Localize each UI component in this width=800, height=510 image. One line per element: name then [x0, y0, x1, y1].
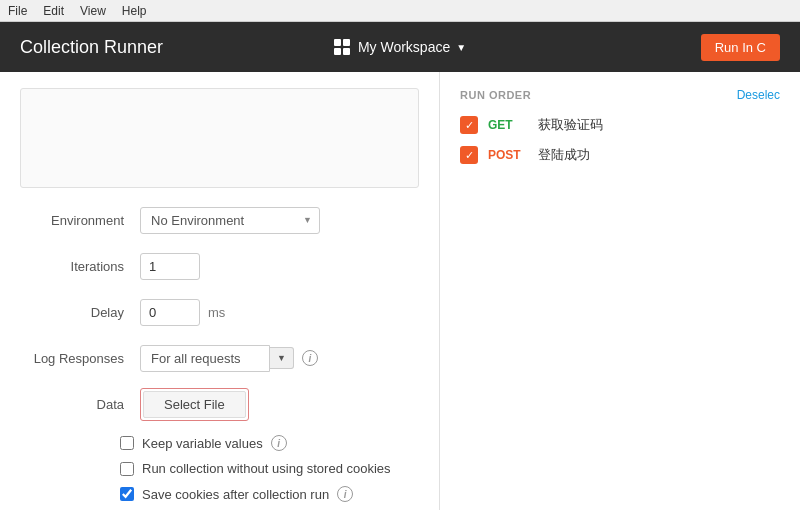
menu-edit[interactable]: Edit — [43, 4, 64, 18]
menu-bar: File Edit View Help — [0, 0, 800, 22]
log-responses-select[interactable]: For all requests — [140, 345, 270, 372]
left-panel: Environment No Environment Iterations — [0, 72, 440, 510]
environment-label: Environment — [20, 213, 140, 228]
save-cookies-label: Save cookies after collection run — [142, 487, 329, 502]
workspace-label: My Workspace — [358, 39, 450, 55]
run-order-title: RUN ORDER — [460, 89, 531, 101]
menu-help[interactable]: Help — [122, 4, 147, 18]
checkmark-icon: ✓ — [465, 149, 474, 162]
save-cookies-info-icon[interactable]: i — [337, 486, 353, 502]
menu-view[interactable]: View — [80, 4, 106, 18]
request-item: ✓GET获取验证码 — [460, 116, 780, 134]
workspace-icon — [334, 39, 350, 55]
log-responses-info-icon[interactable]: i — [302, 350, 318, 366]
environment-row: Environment No Environment — [20, 204, 419, 236]
iterations-row: Iterations — [20, 250, 419, 282]
requests-list: ✓GET获取验证码✓POST登陆成功 — [460, 116, 780, 164]
no-cookies-row: Run collection without using stored cook… — [0, 461, 439, 476]
workspace-button[interactable]: My Workspace ▼ — [358, 39, 466, 55]
data-row: Data Select File — [20, 388, 419, 421]
request-item: ✓POST登陆成功 — [460, 146, 780, 164]
data-select-wrapper: Select File — [140, 388, 249, 421]
main-content: Environment No Environment Iterations — [0, 72, 800, 510]
form-section: Environment No Environment Iterations — [0, 204, 439, 421]
workspace-dropdown-arrow: ▼ — [456, 42, 466, 53]
environment-select[interactable]: No Environment — [140, 207, 320, 234]
request-checkbox[interactable]: ✓ — [460, 146, 478, 164]
no-cookies-label: Run collection without using stored cook… — [142, 461, 391, 476]
deselect-link[interactable]: Deselec — [737, 88, 780, 102]
title-bar: Collection Runner My Workspace ▼ Run In … — [0, 22, 800, 72]
save-cookies-checkbox[interactable] — [120, 487, 134, 501]
select-file-button[interactable]: Select File — [143, 391, 246, 418]
request-checkbox[interactable]: ✓ — [460, 116, 478, 134]
run-order-header: RUN ORDER Deselec — [460, 88, 780, 102]
save-cookies-row: Save cookies after collection run i — [0, 486, 439, 502]
delay-label: Delay — [20, 305, 140, 320]
delay-unit: ms — [208, 305, 225, 320]
delay-row: Delay ms — [20, 296, 419, 328]
log-responses-label: Log Responses — [20, 351, 140, 366]
log-responses-arrow-button[interactable]: ▼ — [270, 347, 294, 369]
collection-preview — [20, 88, 419, 188]
log-responses-dropdown-wrapper: For all requests ▼ — [140, 345, 294, 372]
request-method: POST — [488, 148, 528, 162]
no-cookies-checkbox[interactable] — [120, 462, 134, 476]
keep-variable-row: Keep variable values i — [0, 435, 439, 451]
iterations-input[interactable] — [140, 253, 200, 280]
keep-variable-label: Keep variable values — [142, 436, 263, 451]
keep-variable-info-icon[interactable]: i — [271, 435, 287, 451]
request-name: 登陆成功 — [538, 146, 590, 164]
app-title: Collection Runner — [20, 37, 163, 58]
menu-file[interactable]: File — [8, 4, 27, 18]
request-name: 获取验证码 — [538, 116, 603, 134]
environment-select-wrapper: No Environment — [140, 207, 320, 234]
checkmark-icon: ✓ — [465, 119, 474, 132]
iterations-label: Iterations — [20, 259, 140, 274]
delay-input[interactable] — [140, 299, 200, 326]
run-in-button[interactable]: Run In C — [701, 34, 780, 61]
data-label: Data — [20, 397, 140, 412]
right-panel: RUN ORDER Deselec ✓GET获取验证码✓POST登陆成功 — [440, 72, 800, 510]
request-method: GET — [488, 118, 528, 132]
log-responses-row: Log Responses For all requests ▼ i — [20, 342, 419, 374]
keep-variable-checkbox[interactable] — [120, 436, 134, 450]
